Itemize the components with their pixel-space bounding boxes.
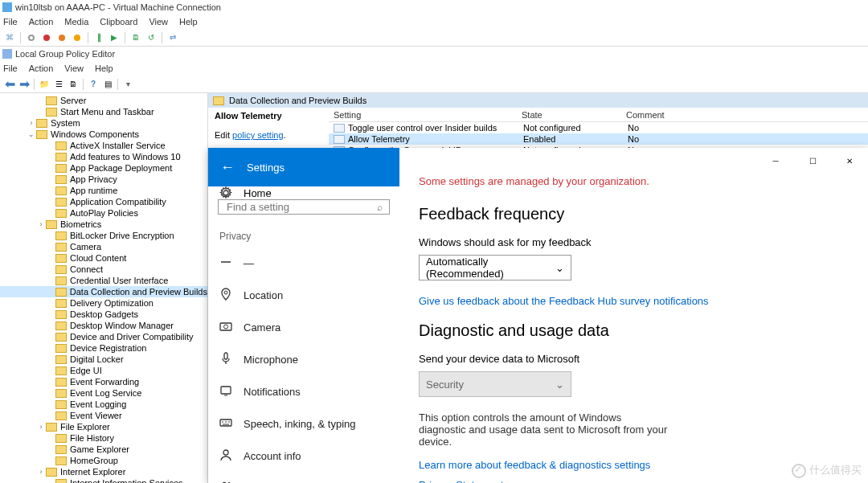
gp-menu-action[interactable]: Action [29, 63, 54, 73]
tree-node[interactable]: Digital Locker [0, 354, 207, 365]
sidebar-item-kb[interactable]: Speech, inking, & typing [208, 407, 399, 440]
expand-icon[interactable]: ⌄ [27, 129, 36, 140]
policy-row[interactable]: Toggle user control over Insider buildsN… [329, 122, 868, 133]
sidebar-item-acc[interactable]: Account info [208, 440, 399, 472]
back-button[interactable]: ← [208, 148, 247, 186]
vm-menu-view[interactable]: View [149, 17, 168, 27]
home-item[interactable]: Home [208, 186, 399, 199]
col-state[interactable]: State [522, 110, 626, 120]
vm-menu-help[interactable]: Help [179, 17, 198, 27]
gp-menu-help[interactable]: Help [95, 63, 113, 73]
tree-node[interactable]: Connect [0, 264, 207, 275]
sidebar-item-bell[interactable]: Notifications [208, 375, 399, 407]
sidebar-item-cam[interactable]: Camera [208, 311, 399, 343]
expand-icon[interactable]: › [36, 421, 46, 432]
col-comment[interactable]: Comment [626, 110, 868, 120]
tree-node[interactable]: App runtime [0, 185, 207, 196]
tree-node[interactable]: Event Forwarding [0, 376, 207, 387]
expand-icon[interactable]: › [36, 219, 46, 230]
help-icon[interactable]: ? [87, 78, 100, 91]
close-button[interactable]: ✕ [831, 148, 868, 174]
tree-node[interactable]: Add features to Windows 10 [0, 151, 207, 162]
tree-node[interactable]: Server [0, 95, 207, 106]
tree-node[interactable]: ›System [0, 117, 207, 129]
back-icon[interactable]: ⬅ [3, 78, 16, 91]
tree-node[interactable]: ›File Explorer [0, 421, 207, 432]
tree-node[interactable]: Application Compatibility [0, 196, 207, 207]
tree-node[interactable]: Game Explorer [0, 444, 207, 455]
privacy-statement-link[interactable]: Privacy Statement [419, 479, 868, 483]
tree-node[interactable]: ActiveX Installer Service [0, 140, 207, 151]
vm-menu-media[interactable]: Media [64, 17, 88, 27]
tree-node[interactable]: App Package Deployment [0, 162, 207, 174]
save-icon[interactable] [71, 31, 84, 44]
col-setting[interactable]: Setting [329, 110, 522, 120]
forward-icon[interactable]: ➡ [18, 78, 31, 91]
tree-node[interactable]: HomeGroup [0, 455, 207, 466]
tree-node[interactable]: Desktop Gadgets [0, 309, 207, 320]
vm-menu-action[interactable]: Action [29, 17, 54, 27]
tree-node[interactable]: File History [0, 432, 207, 444]
shutdown-icon[interactable] [55, 31, 68, 44]
tree-node[interactable]: ⌄Windows Components [0, 129, 207, 140]
revert-icon[interactable]: ↺ [145, 31, 158, 44]
minimize-button[interactable]: ─ [757, 148, 794, 174]
tree-node[interactable]: Device Registration [0, 342, 207, 354]
search-input[interactable] [225, 200, 377, 214]
tree-node[interactable]: Cloud Content [0, 252, 207, 264]
sidebar-item-loc[interactable]: Location [208, 279, 399, 311]
checkpoint-icon[interactable]: 🗎 [129, 31, 142, 44]
tree-node[interactable]: Start Menu and Taskbar [0, 106, 207, 117]
policy-tree[interactable]: ServerStart Menu and Taskbar›System⌄Wind… [0, 93, 207, 483]
tree-node[interactable]: Data Collection and Preview Builds [0, 286, 207, 297]
start-icon[interactable] [25, 31, 38, 44]
pause-icon[interactable]: ‖ [92, 31, 105, 44]
reset-icon[interactable]: ▶ [108, 31, 121, 44]
sidebar-item-dash[interactable]: — [208, 247, 399, 279]
policy-row[interactable]: Allow TelemetryEnabledNo [329, 133, 868, 145]
tree-node[interactable]: ›Internet Explorer [0, 466, 207, 477]
export-icon[interactable]: 🗎 [67, 78, 80, 91]
sidebar-item-con[interactable]: Contacts [208, 472, 399, 483]
tree-node[interactable]: Desktop Window Manager [0, 320, 207, 331]
tree-node[interactable]: Device and Driver Compatibility [0, 331, 207, 342]
tree-node[interactable]: AutoPlay Policies [0, 207, 207, 219]
tree-node[interactable]: BitLocker Drive Encryption [0, 230, 207, 241]
tree-node[interactable]: Credential User Interface [0, 275, 207, 286]
vm-menu-clipboard[interactable]: Clipboard [100, 17, 137, 27]
sidebar-item-mic[interactable]: Microphone [208, 343, 399, 375]
tree-node[interactable]: Event Logging [0, 399, 207, 410]
properties-icon[interactable]: ▤ [101, 78, 114, 91]
show-hide-icon[interactable]: ☰ [52, 78, 65, 91]
share-icon[interactable]: ⇄ [166, 31, 179, 44]
tree-node[interactable]: Internet Information Services [0, 477, 207, 483]
gp-menu-view[interactable]: View [64, 63, 84, 73]
gp-menu-file[interactable]: File [3, 63, 18, 73]
turnoff-icon[interactable] [40, 31, 53, 44]
tree-label: Camera [70, 241, 101, 252]
learn-more-link[interactable]: Learn more about feedback & diagnostics … [419, 459, 868, 471]
vm-menu-file[interactable]: File [3, 17, 18, 27]
up-folder-icon[interactable]: 📁 [38, 78, 51, 91]
tree-node[interactable]: ›Biometrics [0, 219, 207, 230]
maximize-button[interactable]: ☐ [794, 148, 831, 174]
ctrl-alt-del-icon[interactable]: ⌘ [3, 31, 16, 44]
folder-icon [55, 231, 67, 240]
tree-node[interactable]: Event Viewer [0, 410, 207, 421]
edit-policy-link[interactable]: policy setting [232, 130, 284, 140]
tree-node[interactable]: Event Log Service [0, 387, 207, 399]
settings-sidebar: ← Settings Home ⌕ Privacy —LocationCamer… [208, 148, 399, 483]
tree-label: Game Explorer [70, 444, 129, 455]
vm-menubar[interactable]: File Action Media Clipboard View Help [0, 14, 868, 29]
expand-icon[interactable]: › [36, 466, 46, 477]
tree-node[interactable]: Camera [0, 241, 207, 252]
expand-icon[interactable]: › [27, 117, 36, 129]
feedback-frequency-dropdown[interactable]: Automatically (Recommended) ⌄ [419, 255, 571, 280]
tree-node[interactable]: Delivery Optimization [0, 297, 207, 309]
gpedit-menubar[interactable]: File Action View Help [0, 61, 868, 76]
tree-node[interactable]: Edge UI [0, 365, 207, 376]
search-box[interactable]: ⌕ [218, 199, 390, 215]
feedback-hub-link[interactable]: Give us feedback about the Feedback Hub … [419, 295, 868, 307]
filter-icon[interactable]: ▾ [121, 78, 134, 91]
tree-node[interactable]: App Privacy [0, 174, 207, 185]
